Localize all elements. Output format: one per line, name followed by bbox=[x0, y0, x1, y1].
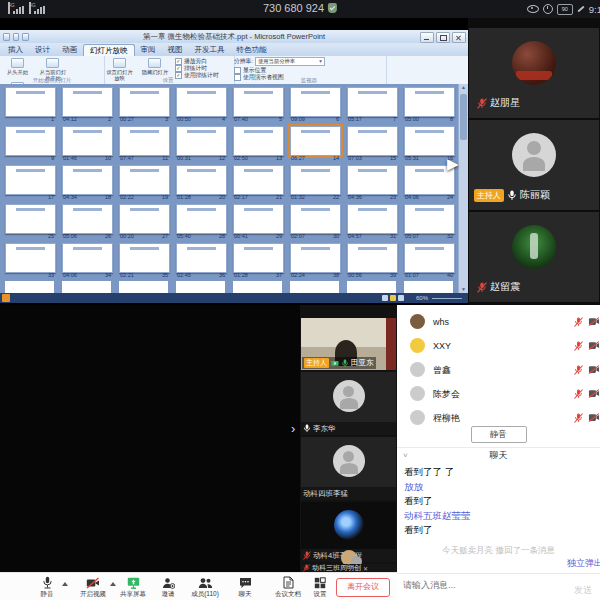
slide-thumbnail[interactable] bbox=[233, 165, 284, 195]
slide-thumbnail[interactable] bbox=[176, 87, 227, 117]
signal-icon-2: 4G bbox=[30, 6, 46, 14]
member-row[interactable]: 陈梦会 bbox=[397, 382, 600, 406]
clock-time: 9:1 bbox=[589, 4, 600, 15]
member-row[interactable]: XXY bbox=[397, 334, 600, 358]
video-tile[interactable]: 李东华 bbox=[301, 372, 396, 435]
slide-thumbnail[interactable] bbox=[404, 87, 455, 117]
mic-options-caret-icon[interactable] bbox=[62, 582, 68, 586]
minimize-icon[interactable] bbox=[420, 32, 434, 43]
slide-thumbnail[interactable] bbox=[290, 243, 341, 273]
slide-thumbnail[interactable] bbox=[119, 204, 170, 234]
camera-off-icon bbox=[588, 413, 600, 422]
close-icon[interactable] bbox=[452, 32, 466, 43]
slide-cell: 05:00 8 bbox=[401, 86, 458, 125]
slide-thumbnail[interactable] bbox=[62, 165, 113, 195]
ribbon-tab[interactable]: 视图 bbox=[162, 43, 189, 56]
ribbon-tab[interactable]: 动画 bbox=[56, 43, 83, 56]
slide-thumbnail[interactable] bbox=[176, 204, 227, 234]
ribbon-tab[interactable]: 特色功能 bbox=[231, 43, 273, 56]
ribbon-group-setup: 设置幻灯片放映 隐藏幻灯片 播放旁白 排练计时 使用排练计时 设置 bbox=[102, 56, 235, 84]
chat-button[interactable]: 聊天 bbox=[223, 576, 267, 599]
slide-thumbnail[interactable] bbox=[5, 204, 56, 234]
slide-thumbnail[interactable] bbox=[290, 165, 341, 195]
next-page-icon[interactable]: ▶ bbox=[447, 155, 459, 173]
members-button[interactable]: 成员(110) bbox=[183, 576, 227, 599]
slide-number: 7 bbox=[393, 116, 396, 122]
slide-thumbnail[interactable] bbox=[62, 126, 113, 156]
video-tile-partial[interactable]: 动科三班周明创 ✕ bbox=[301, 564, 396, 572]
slide-thumbnail[interactable] bbox=[404, 204, 455, 234]
video-tile[interactable]: 动科四班李猛 bbox=[301, 437, 396, 500]
slide-thumbnail[interactable] bbox=[176, 243, 227, 273]
zoom-slider[interactable] bbox=[432, 298, 462, 300]
slide-thumbnail[interactable] bbox=[347, 165, 398, 195]
slide-thumbnail[interactable] bbox=[5, 126, 56, 156]
ribbon-button[interactable]: 隐藏幻灯片 bbox=[139, 57, 170, 75]
popout-chat-link[interactable]: 独立弹出 bbox=[567, 557, 600, 570]
ribbon-tab[interactable]: 开发工具 bbox=[189, 43, 231, 56]
slide-thumbnail[interactable] bbox=[347, 126, 398, 156]
ribbon-tab[interactable]: 审阅 bbox=[135, 43, 162, 56]
slide-cell: 00:50 4 bbox=[173, 86, 230, 125]
slide-thumbnail[interactable] bbox=[119, 165, 170, 195]
collapse-chevron-icon[interactable]: › bbox=[291, 421, 295, 436]
slide-thumbnail[interactable] bbox=[5, 165, 56, 195]
slide-thumbnail[interactable] bbox=[62, 243, 113, 273]
window-titlebar[interactable]: 第一章 微生物检验基础技术.ppt - Microsoft PowerPoint bbox=[0, 30, 468, 44]
slide-thumbnail[interactable] bbox=[119, 126, 170, 156]
slide-thumbnail[interactable] bbox=[233, 87, 284, 117]
slide-thumbnail[interactable] bbox=[62, 204, 113, 234]
participant-tile[interactable]: 主持人 陈丽颖 bbox=[469, 120, 599, 210]
resolution-dropdown[interactable]: 使用当前分辨率 bbox=[255, 57, 325, 66]
ribbon-tab[interactable]: 插入 bbox=[2, 43, 29, 56]
slide-thumbnail[interactable] bbox=[176, 126, 227, 156]
slide-thumbnail[interactable] bbox=[290, 87, 341, 117]
ribbon-button[interactable]: 从头开始 bbox=[2, 57, 33, 75]
slide-thumbnail[interactable] bbox=[5, 87, 56, 117]
mic-on-icon bbox=[303, 424, 311, 433]
slide-cell: 00:41 29 bbox=[230, 203, 287, 242]
slide-thumbnail[interactable] bbox=[290, 204, 341, 234]
close-icon[interactable]: ✕ bbox=[363, 565, 368, 572]
member-row[interactable]: whs bbox=[397, 310, 600, 334]
mute-button[interactable]: 静音 bbox=[471, 426, 527, 443]
participant-tile[interactable]: 赵留震 bbox=[469, 212, 599, 302]
slide-thumbnail[interactable] bbox=[290, 126, 341, 156]
ribbon-tab[interactable]: 设计 bbox=[29, 43, 56, 56]
leave-meeting-button[interactable]: 离开会议 bbox=[336, 578, 390, 597]
slide-thumbnail[interactable] bbox=[404, 243, 455, 273]
member-row[interactable]: 曾鑫 bbox=[397, 358, 600, 382]
slide-thumbnail[interactable] bbox=[404, 126, 455, 156]
slide-thumbnail[interactable] bbox=[176, 165, 227, 195]
chat-input[interactable] bbox=[397, 574, 559, 596]
slide-thumbnail[interactable] bbox=[62, 87, 113, 117]
slide-thumbnail[interactable] bbox=[119, 243, 170, 273]
slide-thumbnail[interactable] bbox=[5, 243, 56, 273]
slide-label: 06:27 14 bbox=[291, 155, 339, 161]
slide-label: 00:20 27 bbox=[120, 233, 168, 239]
slide-thumbnail[interactable] bbox=[233, 126, 284, 156]
slide-thumbnail[interactable] bbox=[233, 204, 284, 234]
slide-label: 00:50 4 bbox=[177, 116, 225, 122]
quick-access-toolbar[interactable] bbox=[3, 33, 29, 40]
video-toggle-button[interactable]: 开启视频 bbox=[71, 576, 115, 599]
slide-thumbnail[interactable] bbox=[347, 243, 398, 273]
mute-toggle-button[interactable]: 静音 bbox=[25, 576, 69, 599]
slide-label: 01:46 10 bbox=[63, 155, 111, 161]
send-button[interactable]: 发送 bbox=[574, 584, 592, 597]
mic-on-icon bbox=[341, 359, 349, 368]
maximize-icon[interactable] bbox=[436, 32, 450, 43]
member-avatar bbox=[410, 338, 425, 353]
ribbon-tab[interactable]: 幻灯片放映 bbox=[83, 44, 135, 56]
slide-label: 01:32 22 bbox=[291, 194, 339, 200]
sorter-scrollbar[interactable]: ▲ ▼ bbox=[458, 84, 468, 293]
slide-thumbnail[interactable] bbox=[347, 87, 398, 117]
video-tile-host[interactable]: 主持人 田亚东 bbox=[301, 318, 396, 370]
slide-number: 15 bbox=[390, 155, 396, 161]
slide-thumbnail[interactable] bbox=[347, 204, 398, 234]
slide-thumbnail[interactable] bbox=[233, 243, 284, 273]
slide-time: 07:40 bbox=[234, 116, 248, 122]
view-buttons[interactable] bbox=[382, 295, 404, 301]
slide-thumbnail[interactable] bbox=[119, 87, 170, 117]
participant-tile[interactable]: 赵朋星 bbox=[469, 28, 599, 118]
